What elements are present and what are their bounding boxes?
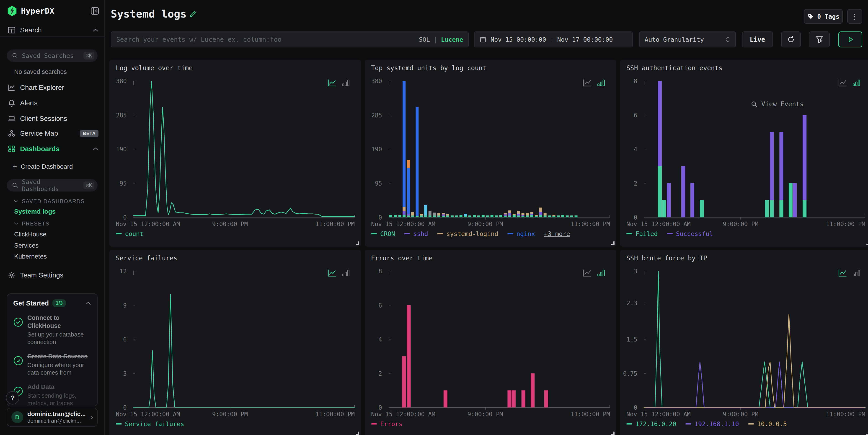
y-axis: 095190285380: [110, 81, 130, 218]
dashboard-item-clickhouse[interactable]: ClickHouse: [14, 230, 46, 239]
y-axis-tick-label: 6: [123, 336, 127, 343]
time-range-value: Nov 15 00:00:00 - Nov 17 00:00:00: [491, 36, 613, 43]
chevron-up-icon: [93, 147, 98, 151]
refresh-button[interactable]: [781, 31, 801, 48]
legend-item[interactable]: 172.16.0.20: [626, 421, 676, 428]
chart-plot[interactable]: [644, 271, 865, 408]
lucene-mode-toggle[interactable]: Lucene: [441, 36, 463, 43]
sidebar-item-client-sessions[interactable]: Client Sessions: [0, 112, 104, 125]
dashboard-item-systemd-logs[interactable]: Systemd logs: [14, 208, 56, 216]
saved-searches-input[interactable]: Saved Searches ⌘K: [7, 50, 98, 62]
y-axis-tick-label: 3: [634, 268, 637, 275]
x-axis: Nov 15 12:00:00 AM9:00:00 PM11:00:00 PM: [116, 221, 355, 228]
legend-item[interactable]: Failed: [626, 230, 658, 237]
sidebar-item-search[interactable]: Search: [0, 24, 104, 36]
resize-handle[interactable]: [356, 242, 359, 245]
x-axis-tick-label: 9:00:00 PM: [723, 221, 758, 227]
legend-item[interactable]: 192.168.1.10: [685, 421, 739, 428]
section-presets[interactable]: PRESETS: [14, 220, 50, 227]
create-dashboard-button[interactable]: + Create Dashboard: [13, 161, 73, 173]
resize-handle[interactable]: [611, 242, 615, 245]
y-axis-tick-label: 0.75: [623, 370, 637, 377]
get-started-item-title: Add Data: [27, 383, 91, 391]
get-started-progress-badge: 3/3: [53, 299, 66, 307]
y-axis-tick-label: 95: [120, 180, 127, 187]
user-name: dominic.tran@clic...: [27, 411, 86, 418]
y-axis-tick-label: 6: [634, 112, 637, 119]
legend-item[interactable]: CRON: [371, 230, 395, 237]
x-axis-tick-label: 11:00:00 PM: [315, 221, 355, 227]
sidebar-item-dashboards[interactable]: Dashboards: [0, 143, 104, 155]
resize-handle[interactable]: [866, 432, 868, 435]
granularity-select[interactable]: Auto Granularity: [639, 31, 736, 48]
legend-item[interactable]: Errors: [371, 421, 403, 428]
resize-handle[interactable]: [356, 432, 359, 435]
y-axis-tick-label: 3: [123, 370, 127, 377]
chart-canvas: [133, 271, 355, 408]
saved-dashboards-placeholder: Saved Dashboards: [22, 178, 80, 192]
get-started-item[interactable]: Connect to ClickHouse Set up your databa…: [13, 314, 91, 346]
legend-item[interactable]: count: [116, 230, 144, 237]
user-menu[interactable]: D dominic.tran@clic... dominic.tran@clic…: [7, 408, 98, 427]
dashboard-item-services[interactable]: Services: [14, 242, 38, 250]
chart-legend: CRONsshdsystemd-logindnginx+3 more: [371, 230, 570, 237]
get-started-item[interactable]: Add Data Start sending logs, metrics, or…: [13, 383, 91, 406]
play-icon: [846, 36, 854, 43]
chart-plot[interactable]: [389, 81, 610, 218]
chart-plot[interactable]: [133, 271, 355, 408]
edit-pencil-icon[interactable]: [189, 10, 197, 18]
sidebar-item-alerts[interactable]: Alerts: [0, 97, 104, 110]
sidebar-collapse-icon[interactable]: [91, 7, 99, 15]
legend-item[interactable]: nginx: [507, 230, 535, 237]
sidebar-item-team-settings[interactable]: Team Settings: [0, 269, 104, 282]
event-search-input[interactable]: Search your events w/ Lucene ex. column:…: [111, 31, 469, 48]
chart-plot[interactable]: [389, 271, 610, 408]
run-query-button[interactable]: [838, 31, 862, 48]
legend-swatch: [626, 423, 632, 425]
y-axis-tick-label: 6: [378, 302, 382, 309]
legend-item[interactable]: sshd: [404, 230, 428, 237]
get-started-item-desc: Set up your database connection: [27, 331, 91, 346]
dashboard-item-kubernetes[interactable]: Kubernetes: [14, 252, 47, 260]
live-button[interactable]: Live: [742, 31, 773, 48]
chart-plot[interactable]: [133, 81, 355, 218]
kebab-menu-button[interactable]: ⋮: [847, 9, 862, 24]
help-button[interactable]: ?: [6, 391, 19, 404]
x-axis-tick-label: 11:00:00 PM: [315, 411, 355, 418]
chevron-down-icon: [14, 222, 19, 225]
saved-dashboards-input[interactable]: Saved Dashboards ⌘K: [7, 179, 98, 191]
refresh-icon: [787, 35, 795, 43]
legend-more-link[interactable]: +3 more: [544, 230, 570, 237]
chevron-up-icon[interactable]: [85, 301, 91, 305]
shortcut-badge: ⌘K: [84, 182, 94, 189]
chart-plot[interactable]: [644, 81, 865, 218]
legend-item[interactable]: systemd-logind: [437, 230, 498, 237]
dashboards-grid-icon: [8, 145, 16, 153]
sidebar-item-chart-explorer[interactable]: Chart Explorer: [0, 81, 104, 94]
x-axis-tick-label: 9:00:00 PM: [212, 221, 248, 227]
tag-icon: [807, 13, 814, 20]
legend-item[interactable]: Successful: [667, 230, 713, 237]
chart-canvas: [133, 81, 355, 218]
sidebar: HyperDX Search Saved Searches ⌘K No save…: [0, 0, 105, 435]
chart-canvas: [389, 271, 610, 408]
tags-button[interactable]: 0 Tags: [804, 9, 843, 24]
resize-handle[interactable]: [866, 242, 868, 245]
legend-item[interactable]: Service failures: [116, 421, 184, 428]
sql-mode-toggle[interactable]: SQL: [419, 36, 430, 43]
time-range-picker[interactable]: Nov 15 00:00:00 - Nov 17 00:00:00: [474, 31, 633, 48]
section-saved-dashboards[interactable]: SAVED DASHBOARDS: [14, 197, 85, 205]
page-title: Systemd logs: [111, 8, 186, 20]
legend-swatch: [507, 233, 513, 235]
get-started-item[interactable]: Create Data Sources Configure where your…: [13, 352, 91, 376]
x-axis-tick-label: 11:00:00 PM: [571, 411, 610, 418]
brand-row: HyperDX: [7, 5, 99, 17]
check-circle-icon: [13, 352, 23, 376]
y-axis: 095190285380: [365, 81, 386, 218]
legend-item[interactable]: 10.0.0.5: [748, 421, 787, 428]
resize-handle[interactable]: [611, 432, 615, 435]
filter-button[interactable]: [809, 31, 830, 48]
x-axis-tick-label: 11:00:00 PM: [826, 221, 865, 227]
chart-title: Top systemd units by log count: [371, 64, 487, 72]
sidebar-item-service-map[interactable]: Service Map BETA: [0, 127, 104, 140]
